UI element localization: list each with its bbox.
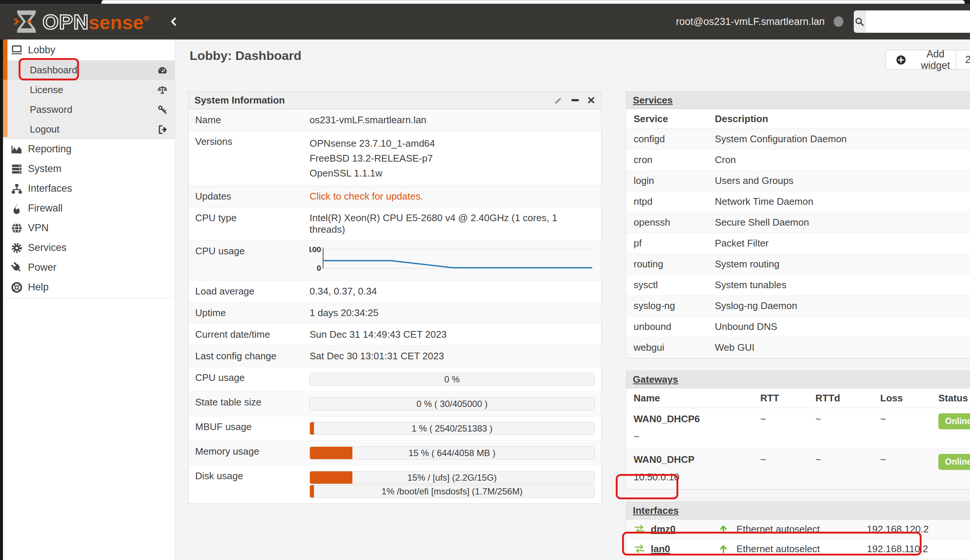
service-description: System tunables — [715, 279, 970, 291]
row-label: Memory usage — [189, 441, 310, 465]
gateway-address: 10.50.0.10 — [634, 472, 760, 483]
info-row-updates: Updates Click to check for updates. — [189, 185, 601, 207]
interface-link[interactable]: dmz0 — [651, 523, 719, 535]
service-description: Network Time Daemon — [715, 196, 970, 207]
browser-edge-strip — [0, 0, 970, 4]
up-arrow-icon — [719, 524, 728, 534]
sidebar-item-label: Interfaces — [28, 183, 72, 194]
collapse-widget-button[interactable] — [571, 99, 579, 101]
sidebar-item-label: Services — [28, 242, 67, 253]
sidebar-item-interfaces[interactable]: Interfaces — [3, 179, 175, 198]
gateway-name: WAN0_DHCP — [634, 454, 760, 465]
sidebar-item-services[interactable]: Services — [3, 238, 175, 258]
service-description: Web GUI — [715, 342, 970, 353]
gateways-title-row: Gateways — [626, 371, 970, 388]
interface-row: lan0 Ethernet autoselect 192.168.110.2 — [626, 539, 970, 559]
disk-root-progressbar: 15% / [ufs] (2.2G/15G) — [310, 471, 594, 484]
interface-ip: 192.168.120.2 — [867, 523, 970, 535]
columns-button[interactable]: 2 — [956, 50, 970, 70]
lobby-submenu: Dashboard License Password Logout — [3, 60, 175, 139]
row-label: Name — [189, 110, 310, 131]
service-name: webgui — [626, 342, 715, 353]
sidebar-item-help[interactable]: Help — [3, 277, 175, 297]
row-value: Sun Dec 31 14:49:43 CET 2023 — [310, 324, 601, 345]
row-label: CPU type — [189, 207, 310, 240]
services-header-row: Service Description — [626, 109, 970, 129]
row-label: State table size — [189, 392, 310, 416]
service-row: unboundUnbound DNS — [626, 317, 970, 337]
service-name: routing — [626, 258, 715, 270]
service-description: System Configuration Daemon — [715, 133, 970, 145]
sidebar-item-dashboard[interactable]: Dashboard — [3, 60, 175, 80]
sidebar-collapse-button[interactable] — [167, 13, 181, 30]
sidebar-item-password[interactable]: Password — [3, 100, 175, 120]
sidebar-item-reporting[interactable]: Reporting — [3, 139, 175, 159]
info-row-name: Name os231-vmLF.smartlearn.lan — [189, 109, 601, 131]
area-chart-icon — [10, 143, 23, 156]
sidebar-item-logout[interactable]: Logout — [3, 120, 175, 139]
sidebar-item-label: VPN — [28, 222, 49, 234]
info-row-load: Load average 0.34, 0.37, 0.34 — [189, 280, 601, 302]
service-name: unbound — [626, 321, 715, 332]
interfaces-widget: Interfaces dmz0 Ethernet autoselect 192.… — [626, 502, 970, 560]
edit-widget-button[interactable] — [554, 95, 563, 105]
sidebar-item-label: Lobby — [28, 44, 55, 56]
sidebar-item-label: Password — [30, 104, 72, 115]
minus-icon — [571, 99, 579, 101]
service-description: Secure Shell Daemon — [715, 217, 970, 228]
sitemap-icon — [10, 182, 23, 195]
system-information-panel: System Information Name os231-vmLF.smart… — [188, 91, 602, 504]
interfaces-title-link[interactable]: Interfaces — [633, 505, 679, 517]
swap-arrows-icon — [634, 544, 646, 554]
search-input[interactable] — [865, 10, 970, 33]
column-header-status: Status — [938, 392, 970, 404]
service-row: syslog-ngSyslog-ng Daemon — [626, 296, 970, 317]
progress-text: 1 % ( 2540/251383 ) — [310, 422, 594, 435]
logged-in-user[interactable]: root@os231-vmLF.smartlearn.lan — [676, 16, 825, 28]
info-row-cpu-graph: CPU usage 100 0 — [189, 240, 601, 280]
check-updates-link[interactable]: Click to check for updates. — [310, 191, 423, 202]
opnsense-logo[interactable]: OPNsense® — [13, 10, 149, 34]
gateways-title-link[interactable]: Gateways — [633, 374, 678, 385]
panel-header: System Information — [189, 92, 601, 109]
sidebar-item-firewall[interactable]: Firewall — [3, 198, 175, 218]
row-value: 0.34, 0.37, 0.34 — [310, 281, 601, 302]
session-status-dot — [834, 17, 843, 27]
services-widget: Services Service Description configdSyst… — [626, 91, 970, 358]
status-badge: Online — [938, 413, 970, 429]
laptop-icon — [10, 43, 23, 56]
close-widget-button[interactable] — [587, 96, 595, 104]
sidebar-item-vpn[interactable]: VPN — [3, 218, 175, 238]
services-title-link[interactable]: Services — [633, 95, 673, 106]
right-widgets-column: Services Service Description configdSyst… — [626, 91, 970, 560]
server-icon — [10, 163, 23, 175]
row-label: Disk usage — [189, 465, 310, 503]
interface-link[interactable]: lan0 — [651, 543, 719, 555]
row-value: OPNsense 23.7.10_1-amd64 FreeBSD 13.2-RE… — [310, 131, 601, 185]
progress-text: 0 % — [310, 373, 594, 385]
services-title-row: Services — [626, 92, 970, 109]
service-row: ntpdNetwork Time Daemon — [626, 192, 970, 212]
row-value: os231-vmLF.smartlearn.lan — [310, 110, 601, 131]
row-value: Intel(R) Xeon(R) CPU E5-2680 v4 @ 2.40GH… — [310, 207, 601, 240]
page-title: Lobby: Dashboard — [190, 48, 301, 63]
sidebar-item-license[interactable]: License — [3, 80, 175, 100]
main-content: Lobby: Dashboard Add widget 2 System Inf… — [175, 40, 970, 560]
mbuf-progressbar: 1 % ( 2540/251383 ) — [310, 422, 594, 435]
sidebar-item-lobby[interactable]: Lobby — [3, 40, 175, 60]
sidebar-item-power[interactable]: Power — [3, 258, 175, 277]
gateway-rtt: ~ — [760, 413, 815, 442]
panel-title: System Information — [194, 95, 285, 106]
info-row-last-config: Last config change Sat Dec 30 13:01:31 C… — [189, 345, 601, 367]
info-row-mbuf: MBUF usage 1 % ( 2540/251383 ) — [189, 416, 601, 440]
sidebar-item-system[interactable]: System — [3, 159, 175, 179]
column-header-rtt: RTT — [760, 392, 815, 404]
cpu-usage-sparkline: 100 0 — [310, 245, 594, 273]
active-section-bar-fade — [3, 80, 7, 137]
service-row: pfPacket Filter — [626, 233, 970, 254]
sidebar-item-label: System — [28, 163, 62, 175]
svg-text:0: 0 — [317, 263, 321, 273]
row-label: Uptime — [189, 302, 310, 323]
service-name: openssh — [626, 217, 715, 228]
gateway-rttd: ~ — [815, 413, 880, 442]
